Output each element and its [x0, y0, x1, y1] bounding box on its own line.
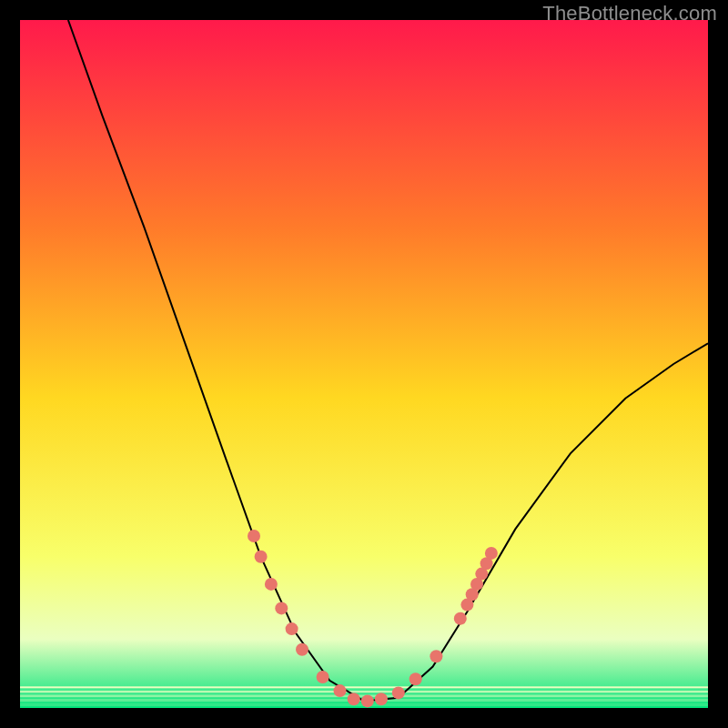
- data-marker: [410, 672, 422, 685]
- gradient-background: [20, 20, 708, 708]
- data-marker: [317, 671, 329, 683]
- data-marker: [275, 602, 288, 614]
- chart-frame: [20, 20, 708, 708]
- data-marker: [361, 694, 374, 707]
- data-marker: [248, 530, 260, 542]
- data-marker: [286, 622, 298, 635]
- data-marker: [454, 612, 467, 625]
- green-stripe: [20, 691, 708, 693]
- data-marker: [430, 650, 442, 662]
- bottleneck-chart: [20, 20, 708, 708]
- data-marker: [485, 547, 498, 560]
- data-marker: [255, 551, 268, 563]
- data-marker: [392, 686, 405, 699]
- watermark-text: TheBottleneck.com: [542, 2, 717, 25]
- green-stripe: [20, 707, 708, 708]
- data-marker: [334, 684, 347, 697]
- data-marker: [375, 693, 388, 705]
- green-stripe: [20, 686, 708, 688]
- data-marker: [348, 693, 360, 705]
- data-marker: [296, 643, 308, 656]
- data-marker: [265, 578, 278, 591]
